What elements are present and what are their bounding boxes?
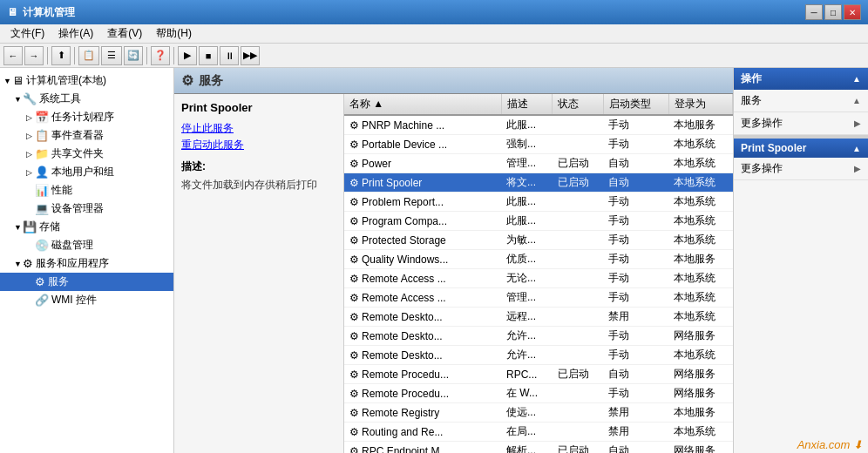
back-button[interactable]: ← bbox=[3, 46, 23, 65]
table-row[interactable]: ⚙Print Spooler将文...已启动自动本地系统 bbox=[344, 173, 733, 193]
service-desc-cell: RPC... bbox=[501, 365, 553, 384]
stop-service-link[interactable]: 停止此服务 bbox=[181, 121, 336, 136]
service-icon: ⚙ bbox=[349, 426, 359, 438]
service-logon-cell: 本地系统 bbox=[668, 423, 732, 442]
service-status-cell bbox=[553, 288, 604, 308]
tree-item-wmi[interactable]: 🔗 WMI 控件 bbox=[0, 291, 173, 309]
expand-svcapp[interactable]: ▼ bbox=[14, 260, 23, 268]
service-desc-cell: 此服... bbox=[501, 193, 553, 212]
right-action-services[interactable]: 服务 ▲ bbox=[734, 90, 868, 112]
service-list-container[interactable]: 名称 ▲ 描述 状态 启动类型 登录为 ⚙PNRP Machine ...此服.… bbox=[344, 94, 733, 453]
table-row[interactable]: ⚙Remote Procedu...RPC...已启动自动网络服务 bbox=[344, 365, 733, 384]
devmgr-icon: 💻 bbox=[35, 202, 49, 215]
table-header-row: 名称 ▲ 描述 状态 启动类型 登录为 bbox=[344, 94, 733, 115]
close-button[interactable]: ✕ bbox=[844, 4, 861, 20]
pause-button[interactable]: ⏸ bbox=[220, 46, 239, 65]
show-hide-button[interactable]: 📋 bbox=[78, 46, 99, 65]
tree-item-shared[interactable]: ▷ 📁 共享文件夹 bbox=[0, 145, 173, 163]
col-desc[interactable]: 描述 bbox=[501, 94, 553, 115]
service-desc-cell: 此服... bbox=[501, 115, 553, 135]
desc-text: 将文件加载到内存供稍后打印 bbox=[181, 178, 336, 193]
table-row[interactable]: ⚙Remote Deskto...允许...手动网络服务 bbox=[344, 327, 733, 346]
tree-label-devmgr: 设备管理器 bbox=[51, 201, 104, 216]
tree-item-perf[interactable]: 📊 性能 bbox=[0, 181, 173, 199]
table-row[interactable]: ⚙Quality Windows...优质...手动本地服务 bbox=[344, 250, 733, 269]
tree-item-tasks[interactable]: ▷ 📅 任务计划程序 bbox=[0, 108, 173, 126]
service-name-cell: ⚙Print Spooler bbox=[344, 173, 501, 193]
expand-shared[interactable]: ▷ bbox=[26, 150, 35, 159]
tree-item-users[interactable]: ▷ 👤 本地用户和组 bbox=[0, 163, 173, 181]
table-row[interactable]: ⚙Remote Registry使远...禁用本地服务 bbox=[344, 403, 733, 423]
table-row[interactable]: ⚙Program Compa...此服...手动本地系统 bbox=[344, 212, 733, 231]
col-status[interactable]: 状态 bbox=[553, 94, 604, 115]
minimize-button[interactable]: ─ bbox=[805, 4, 823, 20]
service-desc-cell: 允许... bbox=[501, 346, 553, 365]
table-row[interactable]: ⚙Remote Access ...无论...手动本地系统 bbox=[344, 269, 733, 288]
up-button[interactable]: ⬆ bbox=[51, 46, 71, 65]
forward-button[interactable]: → bbox=[24, 46, 44, 65]
tree-item-storage[interactable]: ▼ 💾 存储 bbox=[0, 218, 173, 236]
menu-file[interactable]: 文件(F) bbox=[3, 24, 51, 43]
service-icon: ⚙ bbox=[349, 407, 359, 419]
tree-label-storage: 存储 bbox=[39, 220, 60, 234]
right-action-more1[interactable]: 更多操作 ▶ bbox=[734, 112, 868, 135]
menu-help[interactable]: 帮助(H) bbox=[149, 24, 199, 43]
table-row[interactable]: ⚙Routing and Re...在局...禁用本地系统 bbox=[344, 423, 733, 442]
tree-item-events[interactable]: ▷ 📋 事件查看器 bbox=[0, 126, 173, 145]
table-row[interactable]: ⚙Remote Access ...管理...手动本地系统 bbox=[344, 288, 733, 308]
play-button[interactable]: ▶ bbox=[178, 46, 197, 65]
tree-item-devmgr[interactable]: 💻 设备管理器 bbox=[0, 199, 173, 218]
service-icon: ⚙ bbox=[349, 119, 359, 132]
expand-root[interactable]: ▼ bbox=[3, 77, 12, 85]
right-action-more2[interactable]: 更多操作 ▶ bbox=[734, 158, 868, 180]
restart-button[interactable]: ▶▶ bbox=[241, 46, 260, 65]
toolbar: ← → ⬆ 📋 ☰ 🔄 ❓ ▶ ■ ⏸ ▶▶ bbox=[0, 44, 868, 68]
table-row[interactable]: ⚙Portable Device ...强制...手动本地系统 bbox=[344, 135, 733, 154]
tree-item-root[interactable]: ▼ 🖥 计算机管理(本地) bbox=[0, 71, 173, 90]
view-button[interactable]: ☰ bbox=[101, 46, 122, 65]
help-button[interactable]: ❓ bbox=[151, 46, 170, 65]
tree-item-services[interactable]: ⚙ 服务 bbox=[0, 273, 173, 291]
table-row[interactable]: ⚙Remote Deskto...远程...禁用本地系统 bbox=[344, 308, 733, 327]
service-status-cell bbox=[553, 193, 604, 212]
right-section-header-actions: 操作 ▲ bbox=[734, 68, 868, 90]
expand-storage[interactable]: ▼ bbox=[14, 223, 23, 232]
refresh-button[interactable]: 🔄 bbox=[124, 46, 143, 65]
service-status-cell bbox=[553, 327, 604, 346]
maximize-button[interactable]: □ bbox=[824, 4, 842, 20]
menu-view[interactable]: 查看(V) bbox=[100, 24, 149, 43]
tree-item-tools[interactable]: ▼ 🔧 系统工具 bbox=[0, 90, 173, 108]
tree-label-root: 计算机管理(本地) bbox=[26, 73, 106, 88]
expand-users[interactable]: ▷ bbox=[26, 168, 35, 177]
service-icon: ⚙ bbox=[349, 311, 359, 323]
expand-events[interactable]: ▷ bbox=[26, 132, 35, 140]
menu-action[interactable]: 操作(A) bbox=[51, 24, 100, 43]
service-name-cell: ⚙Remote Deskto... bbox=[344, 308, 501, 327]
watermark-prefix: Anxia bbox=[797, 438, 826, 451]
tree-item-diskmgr[interactable]: 💿 磁盘管理 bbox=[0, 236, 173, 254]
expand-tasks[interactable]: ▷ bbox=[26, 113, 35, 122]
col-logon[interactable]: 登录为 bbox=[668, 94, 732, 115]
table-row[interactable]: ⚙Protected Storage为敏...手动本地系统 bbox=[344, 231, 733, 250]
table-row[interactable]: ⚙RPC Endpoint M...解析...已启动自动网络服务 bbox=[344, 442, 733, 454]
table-row[interactable]: ⚙Remote Deskto...允许...手动本地系统 bbox=[344, 346, 733, 365]
table-row[interactable]: ⚙Power管理...已启动自动本地系统 bbox=[344, 154, 733, 173]
service-startup-cell: 自动 bbox=[603, 365, 668, 384]
service-startup-cell: 手动 bbox=[603, 384, 668, 403]
service-logon-cell: 本地系统 bbox=[668, 288, 732, 308]
col-startup[interactable]: 启动类型 bbox=[603, 94, 668, 115]
col-name[interactable]: 名称 ▲ bbox=[344, 94, 501, 115]
tasks-icon: 📅 bbox=[35, 111, 49, 124]
table-row[interactable]: ⚙Remote Procedu...在 W...手动网络服务 bbox=[344, 384, 733, 403]
service-name-cell: ⚙Remote Procedu... bbox=[344, 384, 501, 403]
tree-item-svcapp[interactable]: ▼ ⚙ 服务和应用程序 bbox=[0, 254, 173, 273]
service-status-cell bbox=[553, 308, 604, 327]
restart-service-link[interactable]: 重启动此服务 bbox=[181, 138, 336, 152]
expand-tools[interactable]: ▼ bbox=[14, 95, 23, 104]
table-row[interactable]: ⚙PNRP Machine ...此服...手动本地服务 bbox=[344, 115, 733, 135]
table-row[interactable]: ⚙Problem Report...此服...手动本地系统 bbox=[344, 193, 733, 212]
service-status-cell: 已启动 bbox=[553, 365, 604, 384]
service-name-cell: ⚙Remote Access ... bbox=[344, 269, 501, 288]
service-status-cell bbox=[553, 115, 604, 135]
stop-button[interactable]: ■ bbox=[199, 46, 218, 65]
